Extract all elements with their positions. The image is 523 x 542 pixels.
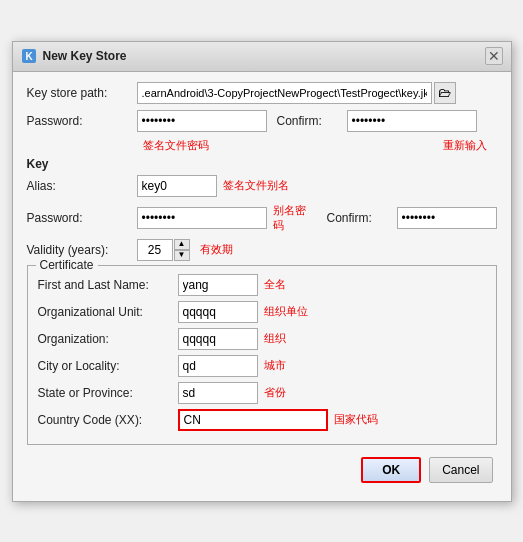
- alias-hint: 签名文件别名: [223, 178, 289, 193]
- confirm-label: Confirm:: [277, 114, 347, 128]
- city-input[interactable]: [178, 355, 258, 377]
- confirm-section: Confirm:: [277, 110, 477, 132]
- key-store-path-input[interactable]: [137, 82, 432, 104]
- browse-button[interactable]: 🗁: [434, 82, 456, 104]
- org-input[interactable]: [178, 328, 258, 350]
- key-confirm-label: Confirm:: [327, 211, 397, 225]
- country-input[interactable]: [178, 409, 328, 431]
- org-unit-input[interactable]: [178, 301, 258, 323]
- org-label: Organization:: [38, 332, 178, 346]
- alias-row: Alias: 签名文件别名: [27, 175, 497, 197]
- certificate-group: Certificate First and Last Name: 全名 Orga…: [27, 265, 497, 445]
- state-label: State or Province:: [38, 386, 178, 400]
- reenter-hint: 重新输入: [443, 138, 487, 153]
- title-bar: K New Key Store ✕: [13, 42, 511, 72]
- city-hint: 城市: [264, 358, 286, 373]
- validity-input[interactable]: [137, 239, 173, 261]
- spinner-buttons: ▲ ▼: [174, 239, 190, 261]
- validity-label: Validity (years):: [27, 243, 137, 257]
- country-row: Country Code (XX): 国家代码: [38, 409, 486, 431]
- key-password-label: Password:: [27, 211, 137, 225]
- validity-hint: 有效期: [200, 242, 233, 257]
- key-store-path-label: Key store path:: [27, 86, 137, 100]
- key-confirm-section: Confirm:: [327, 207, 497, 229]
- key-password-row: Password: 别名密码 Confirm:: [27, 203, 497, 233]
- country-label: Country Code (XX):: [38, 413, 178, 427]
- key-password-hint: 别名密码: [273, 203, 311, 233]
- validity-spinner: ▲ ▼: [137, 239, 190, 261]
- org-unit-row: Organizational Unit: 组织单位: [38, 301, 486, 323]
- dialog-new-key-store: K New Key Store ✕ Key store path: 🗁 Pass…: [12, 41, 512, 502]
- spinner-down-button[interactable]: ▼: [174, 250, 190, 261]
- org-row: Organization: 组织: [38, 328, 486, 350]
- org-hint: 组织: [264, 331, 286, 346]
- dialog-icon: K: [21, 48, 37, 64]
- svg-text:K: K: [25, 51, 33, 62]
- dialog-title: New Key Store: [43, 49, 485, 63]
- key-store-path-row: Key store path: 🗁: [27, 82, 497, 104]
- alias-input[interactable]: [137, 175, 217, 197]
- key-password-input[interactable]: [137, 207, 267, 229]
- password-row: Password: Confirm:: [27, 110, 497, 132]
- alias-label: Alias:: [27, 179, 137, 193]
- dialog-content: Key store path: 🗁 Password: Confirm: 签名文…: [13, 72, 511, 501]
- country-hint: 国家代码: [334, 412, 378, 427]
- password-hints-row: 签名文件密码 重新输入: [27, 138, 497, 153]
- first-last-row: First and Last Name: 全名: [38, 274, 486, 296]
- close-button[interactable]: ✕: [485, 47, 503, 65]
- password-input[interactable]: [137, 110, 267, 132]
- state-input[interactable]: [178, 382, 258, 404]
- ok-button[interactable]: OK: [361, 457, 421, 483]
- city-row: City or Locality: 城市: [38, 355, 486, 377]
- spinner-up-button[interactable]: ▲: [174, 239, 190, 250]
- key-confirm-input[interactable]: [397, 207, 497, 229]
- org-unit-label: Organizational Unit:: [38, 305, 178, 319]
- key-section-label: Key: [27, 157, 497, 171]
- password-label: Password:: [27, 114, 137, 128]
- cert-group-title: Certificate: [36, 258, 98, 272]
- password-hint: 签名文件密码: [143, 138, 209, 153]
- city-label: City or Locality:: [38, 359, 178, 373]
- org-unit-hint: 组织单位: [264, 304, 308, 319]
- first-last-label: First and Last Name:: [38, 278, 178, 292]
- cancel-button[interactable]: Cancel: [429, 457, 492, 483]
- first-last-hint: 全名: [264, 277, 286, 292]
- first-last-input[interactable]: [178, 274, 258, 296]
- button-row: OK Cancel: [27, 453, 497, 491]
- state-row: State or Province: 省份: [38, 382, 486, 404]
- confirm-input[interactable]: [347, 110, 477, 132]
- state-hint: 省份: [264, 385, 286, 400]
